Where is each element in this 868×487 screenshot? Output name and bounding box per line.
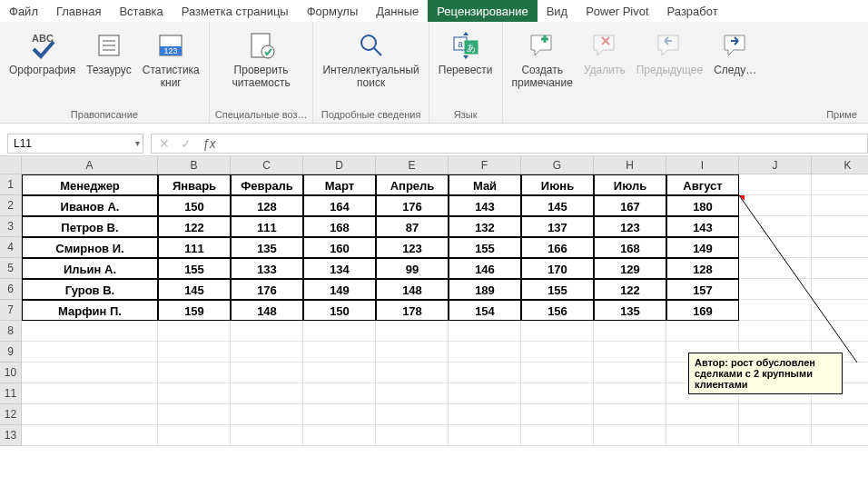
cell-E1[interactable]: Апрель — [376, 174, 449, 195]
cell-A7[interactable]: Марфин П. — [22, 300, 158, 321]
cell-A13[interactable] — [22, 425, 158, 446]
col-header-C[interactable]: C — [231, 156, 303, 174]
col-header-G[interactable]: G — [521, 156, 594, 174]
cell-G4[interactable]: 166 — [521, 237, 594, 258]
cell-C6[interactable]: 176 — [231, 279, 303, 300]
tab-formulas[interactable]: Формулы — [298, 0, 368, 22]
cell-B13[interactable] — [158, 425, 231, 446]
cell-I12[interactable] — [666, 404, 739, 425]
cell-B11[interactable] — [158, 383, 231, 404]
translate-button[interactable]: aあ Перевести — [435, 25, 497, 78]
cell-F11[interactable] — [449, 383, 521, 404]
cell-H2[interactable]: 167 — [594, 195, 666, 216]
cell-D11[interactable] — [303, 383, 376, 404]
cell-G3[interactable]: 137 — [521, 216, 594, 237]
cell-K2[interactable] — [812, 195, 868, 216]
name-box[interactable]: L11 ▾ — [7, 134, 143, 154]
cell-F7[interactable]: 154 — [449, 300, 521, 321]
cell-A10[interactable] — [22, 363, 158, 383]
row-header-8[interactable]: 8 — [0, 321, 22, 342]
cell-B10[interactable] — [158, 363, 231, 383]
cell-A9[interactable] — [22, 342, 158, 363]
cell-E7[interactable]: 178 — [376, 300, 449, 321]
cell-D10[interactable] — [303, 363, 376, 383]
cell-J1[interactable] — [739, 174, 812, 195]
cell-E13[interactable] — [376, 425, 449, 446]
row-header-9[interactable]: 9 — [0, 342, 22, 363]
cell-I7[interactable]: 169 — [666, 300, 739, 321]
tab-insert[interactable]: Вставка — [110, 0, 172, 22]
cell-G8[interactable] — [521, 321, 594, 342]
row-header-3[interactable]: 3 — [0, 216, 22, 237]
cell-D1[interactable]: Март — [303, 174, 376, 195]
tab-data[interactable]: Данные — [367, 0, 428, 22]
cell-H8[interactable] — [594, 321, 666, 342]
col-header-B[interactable]: B — [158, 156, 231, 174]
cell-H7[interactable]: 135 — [594, 300, 666, 321]
cell-K4[interactable] — [812, 237, 868, 258]
col-header-K[interactable]: K — [812, 156, 868, 174]
tab-review[interactable]: Рецензирование — [428, 0, 537, 22]
cell-E4[interactable]: 123 — [376, 237, 449, 258]
cell-B2[interactable]: 150 — [158, 195, 231, 216]
cell-B7[interactable]: 159 — [158, 300, 231, 321]
cell-D8[interactable] — [303, 321, 376, 342]
cell-H1[interactable]: Июль — [594, 174, 666, 195]
cell-E10[interactable] — [376, 363, 449, 383]
cell-G9[interactable] — [521, 342, 594, 363]
cell-H10[interactable] — [594, 363, 666, 383]
cell-J4[interactable] — [739, 237, 812, 258]
cell-E6[interactable]: 148 — [376, 279, 449, 300]
cell-A1[interactable]: Менеджер — [22, 174, 158, 195]
cell-I2[interactable]: 180 — [666, 195, 739, 216]
cell-I6[interactable]: 157 — [666, 279, 739, 300]
cell-J7[interactable] — [739, 300, 812, 321]
col-header-D[interactable]: D — [303, 156, 376, 174]
cell-E5[interactable]: 99 — [376, 258, 449, 279]
cell-H11[interactable] — [594, 383, 666, 404]
cell-G11[interactable] — [521, 383, 594, 404]
cell-E9[interactable] — [376, 342, 449, 363]
cell-C10[interactable] — [231, 363, 303, 383]
cell-B4[interactable]: 111 — [158, 237, 231, 258]
tab-file[interactable]: Файл — [0, 0, 47, 22]
formula-input[interactable] — [223, 134, 868, 154]
cell-D6[interactable]: 149 — [303, 279, 376, 300]
col-header-E[interactable]: E — [376, 156, 449, 174]
cell-H6[interactable]: 122 — [594, 279, 666, 300]
cell-G7[interactable]: 156 — [521, 300, 594, 321]
cell-C13[interactable] — [231, 425, 303, 446]
cell-G13[interactable] — [521, 425, 594, 446]
cell-C4[interactable]: 135 — [231, 237, 303, 258]
new-comment-button[interactable]: Создать примечание — [508, 25, 577, 92]
fx-icon[interactable]: ƒx — [202, 136, 216, 151]
cell-I4[interactable]: 149 — [666, 237, 739, 258]
cell-F8[interactable] — [449, 321, 521, 342]
cell-J13[interactable] — [739, 425, 812, 446]
cell-F12[interactable] — [449, 404, 521, 425]
row-header-2[interactable]: 2 — [0, 195, 22, 216]
cell-H13[interactable] — [594, 425, 666, 446]
cell-D12[interactable] — [303, 404, 376, 425]
tab-layout[interactable]: Разметка страницы — [173, 0, 298, 22]
cell-G2[interactable]: 145 — [521, 195, 594, 216]
cell-C12[interactable] — [231, 404, 303, 425]
cell-C1[interactable]: Февраль — [231, 174, 303, 195]
cell-B8[interactable] — [158, 321, 231, 342]
cell-C5[interactable]: 133 — [231, 258, 303, 279]
cell-F4[interactable]: 155 — [449, 237, 521, 258]
cell-F5[interactable]: 146 — [449, 258, 521, 279]
cell-F13[interactable] — [449, 425, 521, 446]
cell-A6[interactable]: Гуров В. — [22, 279, 158, 300]
tab-developer[interactable]: Разработ — [658, 0, 727, 22]
cell-K1[interactable] — [812, 174, 868, 195]
cell-H9[interactable] — [594, 342, 666, 363]
col-header-I[interactable]: I — [666, 156, 739, 174]
cell-A3[interactable]: Петров В. — [22, 216, 158, 237]
col-header-A[interactable]: A — [22, 156, 158, 174]
tab-home[interactable]: Главная — [47, 0, 110, 22]
cell-J6[interactable] — [739, 279, 812, 300]
cell-C7[interactable]: 148 — [231, 300, 303, 321]
cell-A2[interactable]: Иванов А. — [22, 195, 158, 216]
cell-G5[interactable]: 170 — [521, 258, 594, 279]
